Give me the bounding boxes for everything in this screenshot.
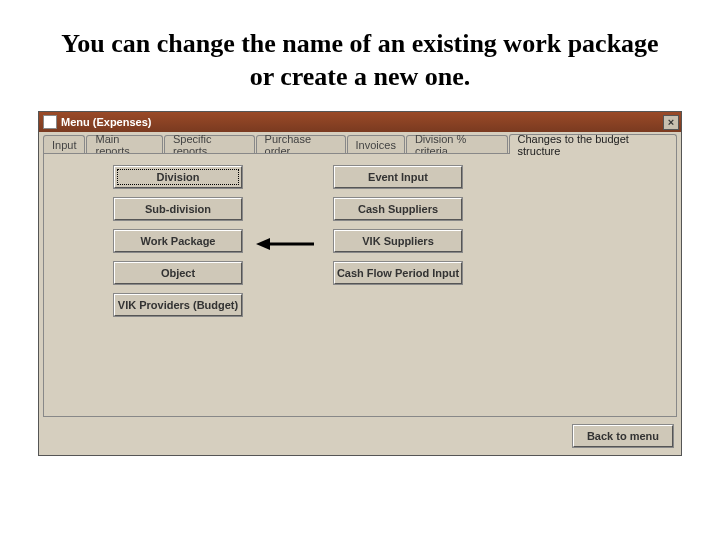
tabpanel-changes-budget-structure: Division Sub-division Work Package Objec… [43, 153, 677, 417]
work-package-button[interactable]: Work Package [114, 230, 242, 252]
titlebar: Menu (Expenses) × [39, 112, 681, 132]
sub-division-button[interactable]: Sub-division [114, 198, 242, 220]
window-menu-expenses: Menu (Expenses) × Input Main reports Spe… [38, 111, 682, 456]
tabstrip: Input Main reports Specific reports Purc… [39, 132, 681, 154]
cash-suppliers-button[interactable]: Cash Suppliers [334, 198, 462, 220]
close-button[interactable]: × [663, 115, 679, 130]
tab-invoices[interactable]: Invoices [347, 135, 405, 154]
arrow-icon [256, 236, 316, 252]
tab-specific-reports[interactable]: Specific reports [164, 135, 255, 154]
tab-changes-budget-structure[interactable]: Changes to the budget structure [509, 134, 677, 154]
tab-purchase-order[interactable]: Purchase order [256, 135, 346, 154]
app-icon [43, 115, 57, 129]
object-button[interactable]: Object [114, 262, 242, 284]
close-icon: × [668, 116, 674, 128]
tab-division-criteria[interactable]: Division % criteria [406, 135, 508, 154]
button-column-right: Event Input Cash Suppliers VIK Suppliers… [334, 166, 462, 284]
event-input-button[interactable]: Event Input [334, 166, 462, 188]
division-button[interactable]: Division [114, 166, 242, 188]
svg-marker-1 [256, 238, 270, 250]
cash-flow-period-input-button[interactable]: Cash Flow Period Input [334, 262, 462, 284]
vik-suppliers-button[interactable]: VIK Suppliers [334, 230, 462, 252]
tab-input[interactable]: Input [43, 135, 85, 154]
button-column-left: Division Sub-division Work Package Objec… [114, 166, 242, 316]
vik-providers-budget-button[interactable]: VIK Providers (Budget) [114, 294, 242, 316]
slide-title: You can change the name of an existing w… [0, 0, 720, 111]
titlebar-text: Menu (Expenses) [61, 116, 151, 128]
tab-main-reports[interactable]: Main reports [86, 135, 163, 154]
back-to-menu-button[interactable]: Back to menu [573, 425, 673, 447]
